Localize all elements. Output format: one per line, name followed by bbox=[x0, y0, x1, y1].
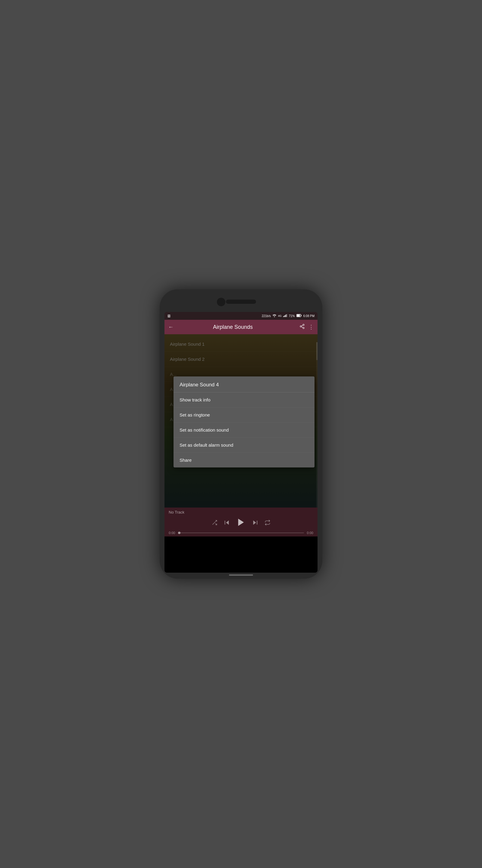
share-button[interactable] bbox=[299, 324, 305, 331]
next-button[interactable] bbox=[252, 519, 258, 527]
phone-device: 🖼 221b/s 4G bbox=[160, 289, 322, 579]
svg-rect-8 bbox=[297, 315, 300, 317]
app-bar: ← Airplane Sounds ⋮ bbox=[164, 320, 318, 334]
signal-bars bbox=[283, 314, 287, 318]
svg-line-13 bbox=[301, 325, 303, 326]
context-menu-share[interactable]: Share bbox=[173, 453, 315, 467]
svg-marker-19 bbox=[253, 521, 256, 525]
time-start: 0:00 bbox=[169, 531, 175, 535]
svg-line-12 bbox=[301, 327, 303, 328]
context-menu: Airplane Sound 4 Show track info Set as … bbox=[173, 376, 315, 467]
phone-screen: 🖼 221b/s 4G bbox=[164, 312, 318, 572]
content-area: Airplane Sound 1 Airplane Sound 2 A... A… bbox=[164, 334, 318, 507]
context-menu-title: Airplane Sound 4 bbox=[173, 376, 315, 393]
time-row: 0:00 0:00 bbox=[164, 531, 318, 536]
svg-point-9 bbox=[303, 324, 304, 326]
gallery-icon: 🖼 bbox=[167, 314, 170, 318]
svg-rect-4 bbox=[286, 314, 287, 317]
video-area bbox=[164, 536, 318, 572]
svg-rect-7 bbox=[301, 315, 301, 316]
context-menu-set-alarm[interactable]: Set as default alarm sound bbox=[173, 438, 315, 453]
wifi-icon bbox=[272, 314, 277, 318]
clock: 6:08 PM bbox=[303, 314, 315, 318]
no-track-label: No Track bbox=[164, 507, 318, 516]
app-bar-title: Airplane Sounds bbox=[170, 324, 296, 330]
status-bar-right: 221b/s 4G bbox=[262, 314, 315, 318]
player-area: No Track bbox=[164, 507, 318, 536]
status-bar: 🖼 221b/s 4G bbox=[164, 312, 318, 320]
earpiece-speaker bbox=[226, 300, 256, 304]
play-button[interactable] bbox=[236, 518, 246, 529]
time-end: 0:00 bbox=[307, 531, 313, 535]
svg-rect-2 bbox=[284, 315, 285, 317]
front-camera bbox=[217, 298, 225, 306]
network-type: 4G bbox=[278, 314, 282, 317]
home-indicator[interactable] bbox=[229, 575, 253, 576]
context-menu-set-notification[interactable]: Set as notification sound bbox=[173, 423, 315, 438]
svg-marker-18 bbox=[238, 519, 244, 526]
context-menu-show-track-info[interactable]: Show track info bbox=[173, 393, 315, 407]
more-button[interactable]: ⋮ bbox=[309, 324, 314, 330]
player-controls bbox=[164, 516, 318, 531]
prev-button[interactable] bbox=[224, 519, 230, 527]
svg-rect-5 bbox=[287, 314, 287, 317]
svg-rect-1 bbox=[283, 316, 284, 317]
network-speed: 221b/s bbox=[262, 314, 271, 318]
context-menu-set-ringtone[interactable]: Set as ringtone bbox=[173, 407, 315, 423]
shuffle-button[interactable] bbox=[212, 520, 218, 527]
svg-point-0 bbox=[274, 316, 275, 317]
svg-rect-3 bbox=[285, 315, 286, 317]
progress-bar[interactable] bbox=[178, 532, 304, 533]
progress-dot bbox=[178, 532, 181, 534]
repeat-button[interactable] bbox=[264, 520, 270, 527]
svg-marker-16 bbox=[226, 521, 229, 525]
status-bar-left: 🖼 bbox=[167, 314, 170, 318]
svg-point-10 bbox=[300, 326, 301, 327]
battery-icon bbox=[296, 314, 302, 318]
battery-percent: 71% bbox=[289, 314, 295, 318]
svg-point-11 bbox=[303, 327, 304, 329]
